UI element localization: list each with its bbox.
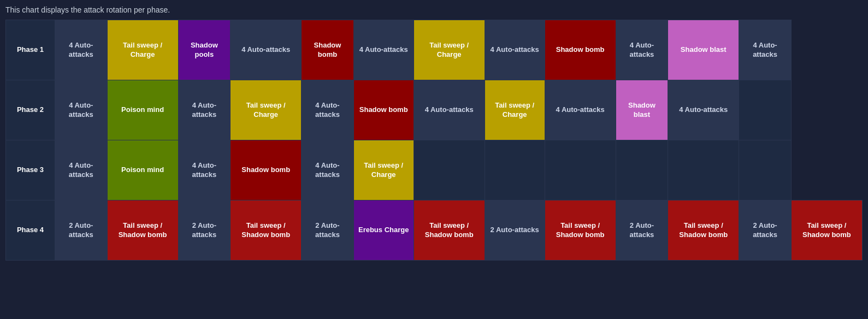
phase-1-cell-6: 4 Auto-attacks (353, 20, 414, 80)
phase-2-cell-10: Shadow blast (616, 80, 668, 140)
phase-2-cell-8: Tail sweep / Charge (485, 80, 545, 140)
phase-3-cell-10 (616, 140, 668, 200)
phase-2-cell-6: Shadow bomb (353, 80, 414, 140)
phase-1-cell-9: Shadow bomb (545, 20, 616, 80)
phase-1-cell-5: Shadow bomb (302, 20, 354, 80)
phase-3-cell-5: 4 Auto-attacks (302, 140, 354, 200)
phase-1-cell-1: 4 Auto-attacks (55, 20, 108, 80)
phase-4-cell-3: 2 Auto-attacks (178, 200, 231, 261)
phase-2-cell-3: 4 Auto-attacks (178, 80, 231, 140)
phase-4-cell-13: Tail sweep / Shadow bomb (791, 200, 862, 261)
phase-row: Phase 42 Auto-attacksTail sweep / Shadow… (6, 200, 863, 261)
phase-3-cell-6: Tail sweep / Charge (353, 140, 414, 200)
phase-2-cell-11: 4 Auto-attacks (668, 80, 739, 140)
phase-row: Phase 34 Auto-attacksPoison mind4 Auto-a… (6, 140, 863, 200)
phase-3-cell-7 (414, 140, 485, 200)
phase-1-cell-12: 4 Auto-attacks (739, 20, 792, 80)
phase-2-cell-2: Poison mind (107, 80, 178, 140)
phase-1-cell-2: Tail sweep / Charge (107, 20, 178, 80)
phase-label-1: Phase 1 (6, 20, 55, 80)
phase-4-cell-10: 2 Auto-attacks (616, 200, 668, 261)
phase-4-cell-1: 2 Auto-attacks (55, 200, 108, 261)
phase-label-3: Phase 3 (6, 140, 55, 200)
phase-label-2: Phase 2 (6, 80, 55, 140)
phase-2-cell-12 (739, 80, 792, 140)
phase-4-cell-2: Tail sweep / Shadow bomb (107, 200, 178, 261)
phase-label-4: Phase 4 (6, 200, 55, 261)
phase-3-cell-3: 4 Auto-attacks (178, 140, 231, 200)
phase-4-cell-12: 2 Auto-attacks (739, 200, 792, 261)
phase-2-cell-1: 4 Auto-attacks (55, 80, 108, 140)
phase-4-cell-4: Tail sweep / Shadow bomb (231, 200, 302, 261)
phase-3-cell-2: Poison mind (107, 140, 178, 200)
phase-3-cell-8 (485, 140, 545, 200)
phase-4-cell-5: 2 Auto-attacks (302, 200, 354, 261)
phase-3-cell-11 (668, 140, 739, 200)
phase-row: Phase 14 Auto-attacksTail sweep / Charge… (6, 20, 863, 80)
phase-2-cell-9: 4 Auto-attacks (545, 80, 616, 140)
phase-1-cell-10: 4 Auto-attacks (616, 20, 668, 80)
phase-1-cell-7: Tail sweep / Charge (414, 20, 485, 80)
phase-2-cell-5: 4 Auto-attacks (302, 80, 354, 140)
phase-4-cell-11: Tail sweep / Shadow bomb (668, 200, 739, 261)
chart-description: This chart displays the attack rotation … (5, 5, 863, 14)
phase-3-cell-4: Shadow bomb (231, 140, 302, 200)
attack-rotation-chart: Phase 14 Auto-attacksTail sweep / Charge… (5, 20, 863, 261)
phase-3-cell-9 (545, 140, 616, 200)
phase-4-cell-9: Tail sweep / Shadow bomb (545, 200, 616, 261)
phase-row: Phase 24 Auto-attacksPoison mind4 Auto-a… (6, 80, 863, 140)
phase-3-cell-1: 4 Auto-attacks (55, 140, 108, 200)
phase-1-cell-3: Shadow pools (178, 20, 231, 80)
phase-1-cell-11: Shadow blast (668, 20, 739, 80)
phase-2-cell-4: Tail sweep / Charge (231, 80, 302, 140)
phase-1-cell-4: 4 Auto-attacks (231, 20, 302, 80)
phase-2-cell-7: 4 Auto-attacks (414, 80, 485, 140)
phase-1-cell-8: 4 Auto-attacks (485, 20, 545, 80)
phase-4-cell-6: Erebus Charge (353, 200, 414, 261)
phase-4-cell-7: Tail sweep / Shadow bomb (414, 200, 485, 261)
phase-3-cell-12 (739, 140, 792, 200)
phase-4-cell-8: 2 Auto-attacks (485, 200, 545, 261)
